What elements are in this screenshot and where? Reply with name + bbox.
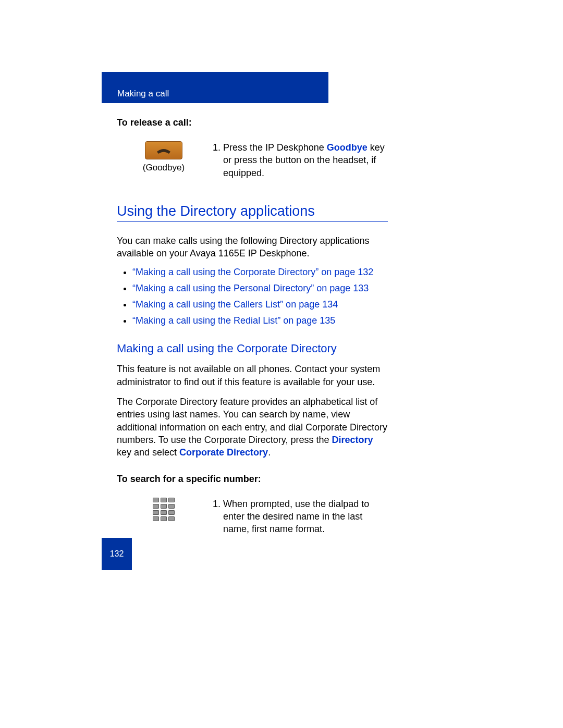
header-title: Making a call bbox=[117, 89, 169, 99]
list-item: “Making a call using the Redial List” on… bbox=[132, 315, 388, 326]
release-step-text: Press the IP Deskphone Goodbye key or pr… bbox=[223, 141, 388, 179]
search-heading: To search for a specific number: bbox=[117, 474, 388, 485]
corporate-heading: Making a call using the Corporate Direct… bbox=[117, 342, 388, 355]
xref-link[interactable]: “Making a call using the Redial List” on… bbox=[132, 315, 335, 326]
corporate-p2: The Corporate Directory feature provides… bbox=[117, 396, 388, 459]
list-item: “Making a call using the Callers List” o… bbox=[132, 299, 388, 310]
corporate-directory-label: Corporate Directory bbox=[179, 447, 268, 458]
goodbye-key-label: Goodbye bbox=[327, 142, 368, 153]
page-header: Making a call bbox=[102, 72, 328, 103]
handset-down-icon bbox=[155, 146, 173, 155]
goodbye-icon-col: (Goodbye) bbox=[117, 141, 211, 173]
directory-key-label: Directory bbox=[332, 435, 373, 445]
page-number: 132 bbox=[110, 549, 124, 559]
search-instruction: When prompted, use the dialpad to enter … bbox=[211, 498, 388, 539]
corporate-p1: This feature is not available on all pho… bbox=[117, 363, 388, 388]
goodbye-key-icon bbox=[145, 141, 182, 159]
dialpad-icon-col bbox=[117, 498, 211, 521]
release-heading: To release a call: bbox=[117, 117, 388, 128]
directory-heading: Using the Directory applications bbox=[117, 203, 388, 222]
search-step-text: When prompted, use the dialpad to enter … bbox=[223, 498, 388, 536]
document-page: Making a call To release a call: (Goodby… bbox=[0, 0, 563, 728]
dialpad-icon bbox=[151, 498, 176, 521]
search-step-row: When prompted, use the dialpad to enter … bbox=[117, 498, 388, 539]
goodbye-caption: (Goodbye) bbox=[117, 163, 211, 173]
directory-intro: You can make calls using the following D… bbox=[117, 235, 388, 260]
list-item: “Making a call using the Corporate Direc… bbox=[132, 267, 388, 278]
directory-link-list: “Making a call using the Corporate Direc… bbox=[117, 267, 388, 326]
content-area: To release a call: (Goodbye) Press the I… bbox=[117, 117, 388, 554]
xref-link[interactable]: “Making a call using the Callers List” o… bbox=[132, 299, 338, 310]
list-item: “Making a call using the Personal Direct… bbox=[132, 283, 388, 294]
xref-link[interactable]: “Making a call using the Personal Direct… bbox=[132, 283, 369, 293]
xref-link[interactable]: “Making a call using the Corporate Direc… bbox=[132, 267, 373, 277]
page-number-box: 132 bbox=[102, 538, 132, 570]
release-instruction: Press the IP Deskphone Goodbye key or pr… bbox=[211, 141, 388, 182]
release-step-row: (Goodbye) Press the IP Deskphone Goodbye… bbox=[117, 141, 388, 182]
